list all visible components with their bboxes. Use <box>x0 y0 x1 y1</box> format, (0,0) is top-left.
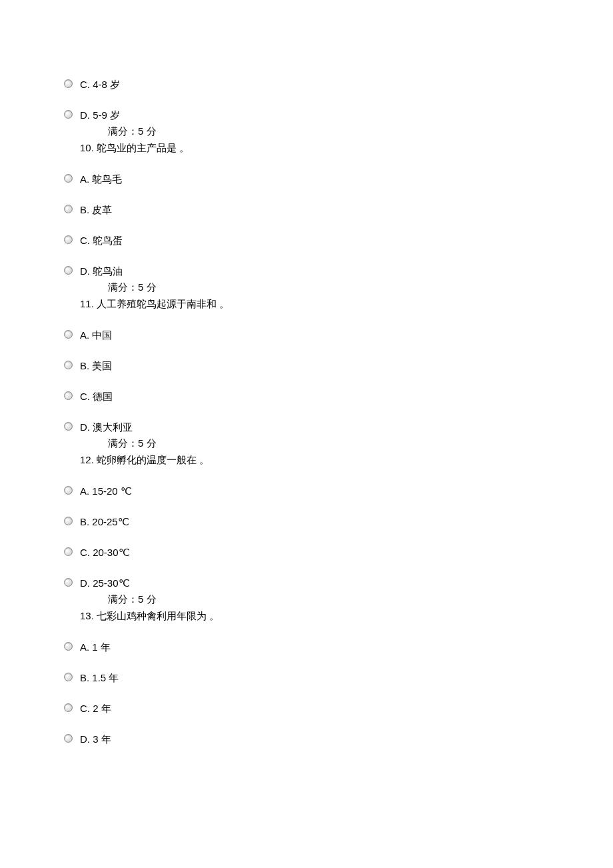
option-c-2year-label: C. 2 年 <box>80 703 111 715</box>
option-c-4-8-label: C. 4-8 岁 <box>80 79 120 91</box>
option-b-20-25-radio[interactable] <box>64 517 73 525</box>
option-b-usa-label: B. 美国 <box>80 360 112 372</box>
question-1: 11. 人工养殖鸵鸟起源于南非和 。 <box>80 298 613 311</box>
question-2: 12. 蛇卵孵化的温度一般在 。 <box>80 454 613 467</box>
option-c-20-30-radio[interactable] <box>64 547 73 556</box>
option-c-20-30-label: C. 20-30℃ <box>80 547 130 559</box>
option-a-feather-radio[interactable] <box>64 174 73 183</box>
option-d-australia-label: D. 澳大利亚 <box>80 421 133 433</box>
option-d-oil-radio[interactable] <box>64 266 73 275</box>
option-d-3year-label: D. 3 年 <box>80 733 111 745</box>
option-d-5-9-radio[interactable] <box>64 110 73 119</box>
option-d-oil-label: D. 鸵鸟油 <box>80 265 123 277</box>
option-b-leather-label: B. 皮革 <box>80 204 112 216</box>
option-c-germany-label: C. 德国 <box>80 391 113 403</box>
option-d-3year-radio[interactable] <box>64 734 73 743</box>
option-a-1year-label: A. 1 年 <box>80 641 111 653</box>
option-b-leather-radio[interactable] <box>64 205 73 213</box>
option-b-1-5year-label: B. 1.5 年 <box>80 672 119 684</box>
option-a-feather-label: A. 鸵鸟毛 <box>80 173 122 185</box>
option-c-germany-radio[interactable] <box>64 391 73 400</box>
option-c-4-8-radio[interactable] <box>64 79 73 88</box>
option-a-15-20-radio[interactable] <box>64 486 73 495</box>
score-line-1: 满分：5 分 <box>108 281 613 294</box>
option-a-china-radio[interactable] <box>64 330 73 339</box>
option-c-2year-radio[interactable] <box>64 703 73 712</box>
option-d-australia-radio[interactable] <box>64 422 73 431</box>
option-d-25-30-radio[interactable] <box>64 578 73 587</box>
option-b-usa-radio[interactable] <box>64 361 73 369</box>
score-line-0: 满分：5 分 <box>108 125 613 138</box>
option-a-china-label: A. 中国 <box>80 329 112 341</box>
option-b-20-25-label: B. 20-25℃ <box>80 516 129 528</box>
question-0: 10. 鸵鸟业的主产品是 。 <box>80 142 613 155</box>
option-c-egg-label: C. 鸵鸟蛋 <box>80 235 123 247</box>
option-d-25-30-label: D. 25-30℃ <box>80 577 130 589</box>
option-a-15-20-label: A. 15-20 ℃ <box>80 485 132 497</box>
question-3: 13. 七彩山鸡种禽利用年限为 。 <box>80 610 613 623</box>
score-line-2: 满分：5 分 <box>108 437 613 450</box>
option-a-1year-radio[interactable] <box>64 642 73 651</box>
option-c-egg-radio[interactable] <box>64 235 73 244</box>
option-d-5-9-label: D. 5-9 岁 <box>80 109 120 121</box>
option-b-1-5year-radio[interactable] <box>64 673 73 681</box>
score-line-3: 满分：5 分 <box>108 593 613 606</box>
